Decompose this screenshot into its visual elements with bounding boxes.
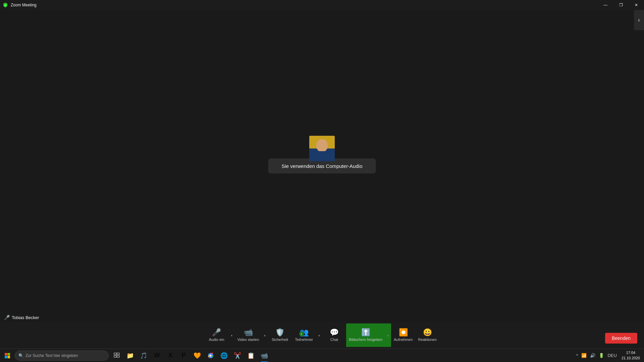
restore-button[interactable]: ❐ — [613, 0, 629, 10]
caret-up-icon3: ▲ — [318, 334, 320, 337]
record-group: ⏺️ Aufnehmen — [391, 323, 415, 347]
chevron-up-taskbar-icon[interactable]: ^ — [575, 353, 579, 358]
taskbar-right: ^ 📶 🔊 🔋 DEU 17:04 21.10.2020 — [575, 349, 644, 362]
mic-muted-icon: 🎤 — [4, 315, 10, 320]
svg-rect-1 — [8, 353, 10, 356]
title-bar: Zoom Meeting — ❐ ✕ — [0, 0, 644, 10]
taskbar-chrome[interactable] — [204, 349, 217, 362]
share-screen-button[interactable]: ⬆️ Bildschirm freigeben — [346, 323, 385, 347]
video-button[interactable]: 📹 Video starten — [235, 323, 262, 347]
microphone-icon: 🎤 — [212, 329, 221, 336]
windows-taskbar: 🔍 Zur Suche Text hier eingeben 📁 🎵 W X P… — [0, 349, 644, 362]
svg-rect-0 — [5, 353, 7, 356]
title-bar-title: Zoom Meeting — [11, 3, 37, 7]
chat-group: 💬 Chat — [322, 323, 346, 347]
chat-button[interactable]: 💬 Chat — [322, 323, 346, 347]
user-video-thumbnail — [309, 136, 335, 161]
reactions-group: 😀 Reaktionen — [415, 323, 439, 347]
share-icon: ⬆️ — [361, 329, 370, 336]
share-group: ⬆️ Bildschirm freigeben ▲ — [346, 323, 391, 347]
end-call-button[interactable]: Beenden — [605, 333, 637, 344]
taskbar-clock[interactable]: 17:04 21.10.2020 — [619, 350, 643, 361]
date-display: 21.10.2020 — [622, 356, 640, 361]
svg-point-9 — [210, 355, 212, 357]
title-bar-controls: — ❐ ✕ — [598, 0, 644, 10]
record-button[interactable]: ⏺️ Aufnehmen — [391, 323, 415, 347]
main-video-area: Sie verwenden das Computer-Audio — [0, 10, 644, 322]
svg-rect-6 — [114, 356, 116, 357]
taskbar-excel[interactable]: X — [164, 349, 177, 362]
audio-label: Audio ein — [209, 338, 224, 342]
participants-button[interactable]: 👥 1 Teilnehmer — [292, 323, 316, 347]
network-icon[interactable]: 📶 — [580, 353, 588, 358]
taskbar-word[interactable]: W — [150, 349, 164, 362]
task-view-icon — [114, 353, 120, 359]
taskbar-file-explorer[interactable]: 📁 — [123, 349, 137, 362]
audio-group: 🎤 Audio ein ▲ — [205, 323, 235, 347]
chevron-left-icon: ‹ — [638, 17, 640, 23]
search-placeholder: Zur Suche Text hier eingeben — [25, 353, 78, 358]
search-icon: 🔍 — [18, 353, 23, 358]
avatar-head — [316, 139, 328, 152]
share-caret[interactable]: ▲ — [385, 323, 391, 347]
volume-icon[interactable]: 🔊 — [589, 353, 597, 358]
minimize-button[interactable]: — — [598, 0, 613, 10]
time-display: 17:04 — [626, 350, 636, 355]
record-icon: ⏺️ — [399, 329, 408, 336]
video-caret[interactable]: ▲ — [262, 323, 268, 347]
participants-label: Teilnehmer — [295, 338, 313, 342]
taskbar-powerpoint[interactable]: P — [177, 349, 191, 362]
taskbar-snipping[interactable]: ✂️ — [231, 349, 244, 362]
security-button[interactable]: 🛡️ Sicherheit — [268, 323, 292, 347]
audio-caret[interactable]: ▲ — [229, 323, 235, 347]
participants-group: 👥 1 Teilnehmer ▲ — [292, 323, 322, 347]
reactions-button[interactable]: 😀 Reaktionen — [415, 323, 439, 347]
chrome-icon — [208, 353, 214, 359]
avatar-body — [309, 136, 335, 161]
record-label: Aufnehmen — [394, 338, 413, 342]
svg-rect-2 — [5, 356, 7, 358]
caret-up-icon: ▲ — [230, 334, 233, 337]
svg-rect-3 — [8, 356, 10, 358]
audio-button[interactable]: 🎤 Audio ein — [205, 323, 229, 347]
participants-icon: 👥 1 — [300, 329, 309, 336]
video-group: 📹 Video starten ▲ — [235, 323, 268, 347]
reactions-label: Reaktionen — [418, 338, 437, 342]
taskbar-app6[interactable]: 🧡 — [191, 349, 204, 362]
close-button[interactable]: ✕ — [629, 0, 644, 10]
taskbar-edge[interactable]: 🌐 — [217, 349, 231, 362]
chat-label: Chat — [330, 338, 338, 342]
user-name-label: 🎤 Tobias Becker — [4, 315, 39, 320]
share-label: Bildschirm freigeben — [349, 338, 382, 342]
taskbar-zoom[interactable]: 📹 — [258, 349, 271, 362]
caret-up-icon4: ▲ — [387, 334, 389, 337]
security-group: 🛡️ Sicherheit — [268, 323, 292, 347]
avatar-shoulder — [309, 151, 335, 161]
chat-icon: 💬 — [330, 329, 339, 336]
svg-rect-5 — [117, 353, 119, 355]
title-bar-left: Zoom Meeting — [0, 2, 37, 8]
language-indicator[interactable]: DEU — [606, 353, 618, 358]
battery-icon[interactable]: 🔋 — [597, 353, 605, 358]
caret-up-icon2: ▲ — [263, 334, 266, 337]
taskbar-apps: 📁 🎵 W X P 🧡 🌐 ✂️ 📋 📹 — [110, 349, 271, 362]
taskbar-search[interactable]: 🔍 Zur Suche Text hier eingeben — [15, 351, 109, 361]
svg-rect-4 — [114, 353, 116, 355]
taskbar-whiteboard[interactable]: 📋 — [244, 349, 258, 362]
side-panel-toggle[interactable]: ‹ — [634, 10, 644, 30]
shield-icon — [3, 2, 8, 8]
participants-caret[interactable]: ▲ — [316, 323, 322, 347]
user-display-name: Tobias Becker — [12, 315, 39, 320]
task-view-button[interactable] — [110, 349, 123, 362]
taskbar-spotify[interactable]: 🎵 — [137, 349, 150, 362]
windows-logo-icon — [4, 353, 10, 359]
reactions-icon: 😀 — [423, 329, 432, 336]
meeting-toolbar: 🎤 Audio ein ▲ 📹 Video starten ▲ 🛡️ Siche… — [0, 322, 644, 349]
security-label: Sicherheit — [272, 338, 288, 342]
participants-badge: 1 — [299, 331, 304, 336]
svg-rect-7 — [117, 356, 119, 357]
shield-toolbar-icon: 🛡️ — [275, 329, 284, 336]
video-label: Video starten — [237, 338, 259, 342]
video-icon: 📹 — [244, 329, 253, 336]
start-button[interactable] — [0, 349, 15, 362]
